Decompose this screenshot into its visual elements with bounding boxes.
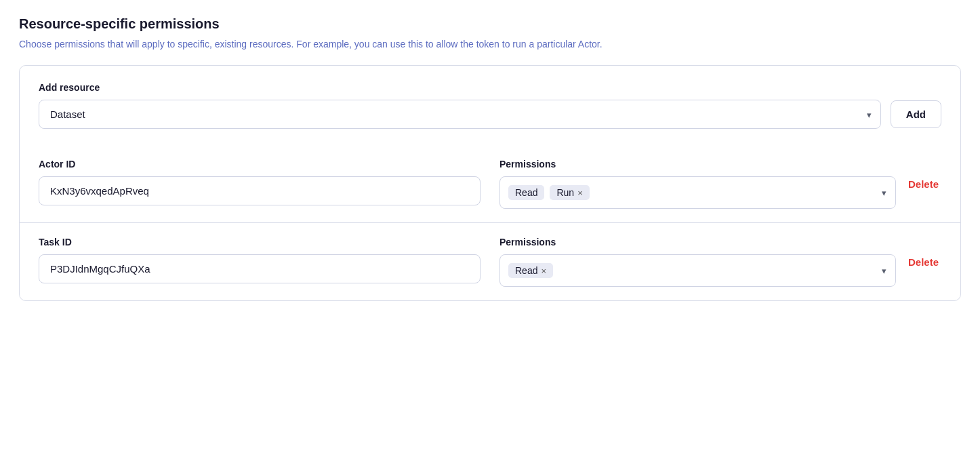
task-tag-read-close-icon[interactable]: × xyxy=(541,266,546,275)
actor-permissions-select[interactable]: Read Run × xyxy=(499,176,896,209)
actor-entry-row: Actor ID Permissions Read Run × xyxy=(39,159,941,209)
task-permissions-group: Permissions Read × ▾ Delete xyxy=(499,237,941,287)
actor-delete-button[interactable]: Delete xyxy=(905,171,941,197)
actor-permissions-group: Permissions Read Run × ▾ xyxy=(499,159,941,209)
actor-tag-run-close-icon[interactable]: × xyxy=(577,188,583,197)
task-entry-row: Task ID Permissions Read × ▾ xyxy=(39,237,941,287)
task-id-input[interactable] xyxy=(39,254,481,283)
resource-row: Dataset Actor Task Key-value store Reque… xyxy=(39,100,941,129)
task-id-group: Task ID xyxy=(39,237,481,283)
actor-id-label: Actor ID xyxy=(39,159,481,170)
permissions-card: Add resource Dataset Actor Task Key-valu… xyxy=(19,65,961,301)
task-entry-section: Task ID Permissions Read × ▾ xyxy=(20,222,960,300)
add-resource-button[interactable]: Add xyxy=(891,100,941,128)
actor-tag-read: Read xyxy=(508,185,544,200)
add-resource-section: Add resource Dataset Actor Task Key-valu… xyxy=(20,66,960,145)
task-permissions-label: Permissions xyxy=(499,237,896,247)
actor-id-group: Actor ID xyxy=(39,159,481,205)
resource-select[interactable]: Dataset Actor Task Key-value store Reque… xyxy=(39,100,881,129)
actor-permissions-select-wrapper: Read Run × ▾ xyxy=(499,176,896,209)
task-delete-button[interactable]: Delete xyxy=(905,249,941,275)
actor-permissions-wrapper: Permissions Read Run × ▾ xyxy=(499,159,896,209)
resource-select-wrapper: Dataset Actor Task Key-value store Reque… xyxy=(39,100,881,129)
task-tag-read-label: Read xyxy=(515,265,537,276)
actor-tag-read-label: Read xyxy=(515,187,537,198)
task-permissions-select-wrapper: Read × ▾ xyxy=(499,254,896,287)
actor-entry-section: Actor ID Permissions Read Run × xyxy=(20,145,960,222)
task-permissions-select[interactable]: Read × xyxy=(499,254,896,287)
actor-id-input[interactable] xyxy=(39,176,481,205)
task-tag-read: Read × xyxy=(508,263,553,278)
add-resource-label: Add resource xyxy=(39,82,941,93)
actor-permissions-label: Permissions xyxy=(499,159,896,170)
task-id-label: Task ID xyxy=(39,237,481,247)
task-permissions-wrapper: Permissions Read × ▾ xyxy=(499,237,896,287)
actor-tag-run: Run × xyxy=(550,185,589,200)
page-title: Resource-specific permissions xyxy=(19,16,961,32)
actor-tag-run-label: Run xyxy=(556,187,574,198)
page-subtitle: Choose permissions that will apply to sp… xyxy=(19,37,961,52)
